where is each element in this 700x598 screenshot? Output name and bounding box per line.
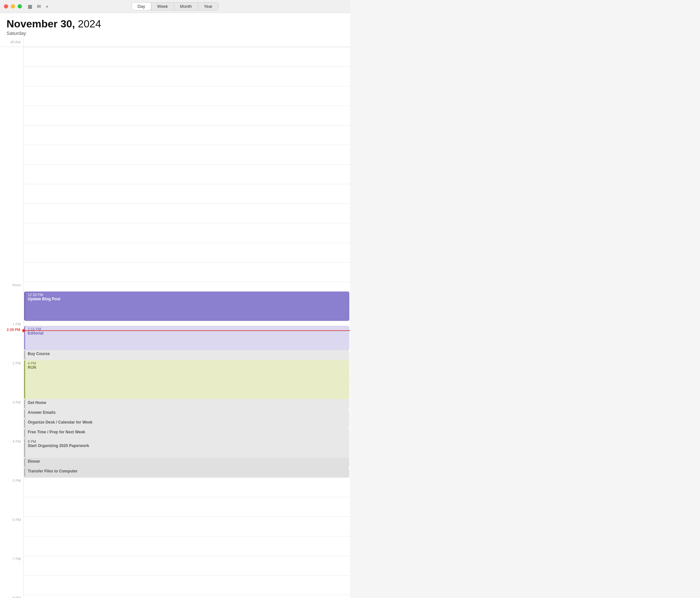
time-grid: Noon1 PM2 PM3 PM4 PM5 PM6 PM7 PM8 PM9 PM…	[0, 47, 350, 598]
maximize-button[interactable]	[18, 4, 22, 8]
allday-content[interactable]	[24, 38, 350, 47]
time-label	[0, 184, 24, 204]
close-button[interactable]	[4, 4, 8, 8]
event-title: Answer Emails	[28, 410, 347, 415]
time-label	[0, 125, 24, 145]
time-label	[0, 262, 24, 282]
event-title: Dinner	[28, 459, 347, 464]
event-editorial[interactable]: 2:15 PMEditorial	[24, 326, 349, 350]
time-cell[interactable]	[24, 204, 350, 223]
event-transfer-files[interactable]: Transfer Files to Computer	[24, 468, 349, 477]
event-update-blog-post[interactable]: 12:30 PMUpdate Blog Post	[24, 291, 349, 321]
time-cell[interactable]	[24, 47, 350, 67]
time-row	[0, 67, 350, 86]
view-week-button[interactable]: Week	[151, 3, 174, 10]
time-cell[interactable]	[24, 555, 350, 575]
time-cell[interactable]	[24, 242, 350, 262]
time-cell[interactable]	[24, 262, 350, 282]
date-title: November 30, 2024	[6, 18, 344, 30]
time-row: 8 PM	[0, 595, 350, 598]
event-title: Organize Desk / Calendar for Week	[28, 420, 347, 424]
time-cell[interactable]	[24, 575, 350, 595]
event-time-label: 2:15 PM	[28, 327, 347, 331]
date-year: 2024	[75, 18, 101, 30]
event-time-label: 12:30 PM	[28, 293, 347, 297]
window-controls	[4, 4, 22, 8]
time-row	[0, 497, 350, 517]
time-label	[0, 242, 24, 262]
time-label	[0, 67, 24, 86]
time-row	[0, 106, 350, 125]
time-cell[interactable]	[24, 125, 350, 145]
inbox-icon[interactable]: ✉	[37, 4, 41, 9]
event-answer-emails[interactable]: Answer Emails	[24, 409, 349, 419]
view-day-button[interactable]: Day	[132, 3, 151, 10]
time-label: 7 PM	[0, 555, 24, 575]
event-run[interactable]: 4 PMRUN	[24, 360, 349, 399]
time-cell[interactable]	[24, 184, 350, 204]
toolbar-icons: ▦ ✉ +	[28, 4, 49, 9]
view-month-button[interactable]: Month	[174, 3, 198, 10]
time-cell[interactable]	[24, 86, 350, 106]
event-title: Free Time / Prep for Next Week	[28, 430, 347, 434]
time-cell[interactable]	[24, 536, 350, 555]
date-bold: November 30,	[6, 18, 75, 30]
event-title: Editorial	[28, 331, 347, 336]
time-label: 5 PM	[0, 477, 24, 497]
event-dinner[interactable]: Dinner	[24, 458, 349, 468]
time-label	[0, 145, 24, 164]
calendar-body: all-day Noon1 PM2 PM3 PM4 PM5 PM6 PM7 PM…	[0, 38, 350, 598]
time-label	[0, 204, 24, 223]
sidebar-icon[interactable]: ▦	[28, 4, 32, 9]
event-title: Get Home	[28, 400, 347, 405]
time-label	[0, 458, 24, 477]
time-label: 3 PM	[0, 399, 24, 419]
time-row	[0, 47, 350, 67]
time-label	[0, 106, 24, 125]
time-cell[interactable]	[24, 477, 350, 497]
time-row: 6 PM	[0, 517, 350, 536]
event-buy-course[interactable]: Buy Course	[24, 350, 349, 360]
event-title: Transfer Files to Computer	[28, 469, 347, 473]
time-cell[interactable]	[24, 223, 350, 242]
event-title: RUN	[28, 365, 347, 370]
time-label	[0, 47, 24, 67]
event-time-label: 4 PM	[28, 361, 347, 365]
time-label: Noon	[0, 282, 24, 301]
time-cell[interactable]	[24, 164, 350, 184]
time-row	[0, 242, 350, 262]
event-get-home[interactable]: Get Home	[24, 399, 349, 409]
time-cell[interactable]	[24, 145, 350, 164]
time-label	[0, 419, 24, 438]
minimize-button[interactable]	[11, 4, 15, 8]
time-row	[0, 223, 350, 242]
time-cell[interactable]	[24, 595, 350, 598]
view-switcher: Day Week Month Year	[131, 2, 219, 10]
event-organize-desk[interactable]: Organize Desk / Calendar for Week	[24, 419, 349, 428]
event-start-organizing[interactable]: 8 PMStart Organizing 2025 Paperwork	[24, 438, 349, 458]
calendar-header: November 30, 2024 Saturday	[0, 13, 350, 38]
time-row	[0, 536, 350, 555]
allday-label: all-day	[0, 38, 24, 47]
time-row	[0, 204, 350, 223]
time-cell[interactable]	[24, 67, 350, 86]
time-row	[0, 184, 350, 204]
time-row	[0, 575, 350, 595]
event-title: Start Organizing 2025 Paperwork	[28, 443, 347, 448]
time-label	[0, 497, 24, 517]
time-cell[interactable]	[24, 517, 350, 536]
time-row	[0, 145, 350, 164]
event-time-label: 8 PM	[28, 440, 347, 443]
title-bar: ▦ ✉ + Day Week Month Year	[0, 0, 350, 13]
time-label: 6 PM	[0, 517, 24, 536]
time-label	[0, 380, 24, 399]
add-icon[interactable]: +	[46, 4, 49, 9]
allday-row: all-day	[0, 38, 350, 47]
time-row: 7 PM	[0, 555, 350, 575]
time-row	[0, 125, 350, 145]
time-row: 5 PM	[0, 477, 350, 497]
view-year-button[interactable]: Year	[198, 3, 218, 10]
time-cell[interactable]	[24, 106, 350, 125]
time-cell[interactable]	[24, 497, 350, 517]
event-free-time[interactable]: Free Time / Prep for Next Week	[24, 428, 349, 438]
